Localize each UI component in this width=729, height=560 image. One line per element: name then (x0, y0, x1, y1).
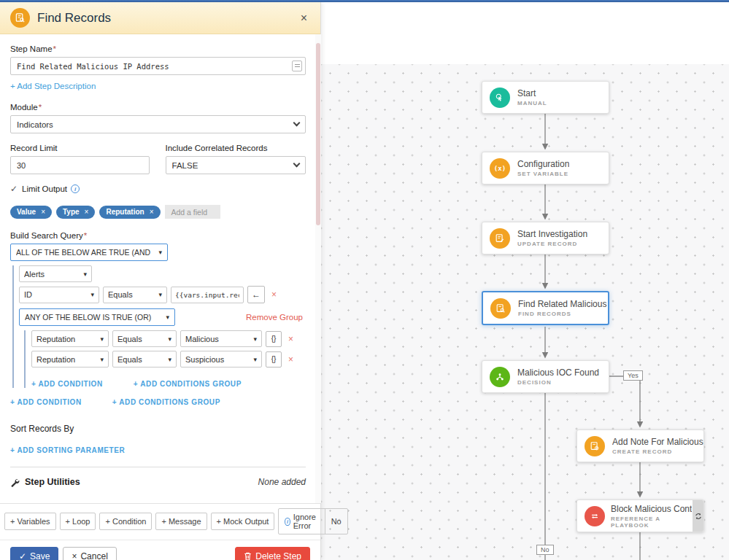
condition3-field-select[interactable]: Reputation▾ (31, 351, 109, 368)
check-icon: ✓ (19, 551, 26, 560)
remove-group-link[interactable]: Remove Group (246, 313, 303, 322)
info-icon: i (285, 518, 290, 526)
node-title: Add Note For Malicious I... (612, 437, 703, 447)
playbook-canvas[interactable]: Start MANUAL (x) Configuration SET VARIA… (321, 2, 729, 560)
chip-close-icon: × (150, 208, 154, 216)
limit-output-checkbox[interactable]: ✓ Limit Output i (10, 184, 306, 194)
condition2-operator-select[interactable]: Equals▾ (112, 330, 177, 347)
back-arrow-button[interactable]: ← (247, 286, 265, 303)
add-mock-output-button[interactable]: + Mock Output (211, 513, 275, 530)
update-record-icon (490, 228, 510, 249)
close-icon[interactable]: × (298, 12, 310, 25)
sort-records-label: Sort Records By (10, 424, 306, 434)
field-chip-type[interactable]: Type× (56, 206, 95, 219)
node-title: Start Investigation (517, 229, 587, 239)
edge-label-no: No (536, 545, 554, 555)
add-sorting-parameter-link[interactable]: + ADD SORTING PARAMETER (10, 446, 125, 454)
node-block-malicious-content[interactable]: Block Malicious Content REFERENCE A PLAY… (576, 499, 704, 532)
root-operator-select[interactable]: ALL OF THE BELOW ARE TRUE (AND ▾ (10, 244, 168, 261)
cancel-button[interactable]: ×Cancel (63, 547, 116, 560)
node-configuration[interactable]: (x) Configuration SET VARIABLE (482, 152, 609, 184)
find-records-icon (490, 298, 511, 319)
node-type: REFERENCE A PLAYBOOK (611, 516, 692, 529)
ignore-error-label[interactable]: iIgnore Error (279, 509, 324, 534)
field-chip-value[interactable]: Value× (10, 206, 52, 219)
node-type: UPDATE RECORD (517, 241, 587, 247)
remove-condition-icon[interactable]: × (288, 354, 293, 365)
edge-label-yes: Yes (623, 370, 643, 381)
add-variables-button[interactable]: + Variables (4, 513, 56, 530)
node-find-related-malicious-ip[interactable]: Find Related Malicious IP ... FIND RECOR… (482, 291, 609, 325)
step-name-input[interactable] (10, 57, 306, 75)
panel-scrollbar-thumb[interactable] (316, 43, 320, 225)
panel-header: Find Records × (0, 2, 320, 34)
node-type: DECISION (517, 379, 599, 386)
panel-scrollbar-track[interactable] (315, 34, 321, 503)
add-condition-link[interactable]: + ADD CONDITION (31, 380, 103, 388)
braces-button[interactable]: {} (266, 351, 282, 368)
add-conditions-group-link[interactable]: + ADD CONDITIONS GROUP (134, 380, 242, 388)
panel-title: Find Records (37, 11, 298, 26)
trash-icon (244, 552, 252, 560)
loop-icon (695, 513, 702, 520)
condition-group: Alerts▾ ID▾ Equals▾ ← × ANY OF THE BELOW… (12, 265, 306, 388)
group-module-select[interactable]: Alerts▾ (19, 265, 92, 282)
save-button[interactable]: ✓Save (10, 547, 58, 560)
remove-condition-icon[interactable]: × (271, 289, 277, 300)
node-start-investigation[interactable]: Start Investigation UPDATE RECORD (482, 222, 609, 254)
chip-close-icon: × (85, 208, 89, 216)
include-correlated-label: Include Correlated Records (166, 144, 306, 152)
remove-condition-icon[interactable]: × (288, 334, 293, 344)
info-icon: i (71, 184, 80, 193)
reference-playbook-icon (585, 506, 605, 526)
chevron-down-icon: ▾ (166, 314, 169, 321)
node-malicious-ioc-found[interactable]: Malicious IOC Found DECISION (482, 360, 609, 393)
dynamic-values-icon[interactable] (292, 61, 302, 71)
include-correlated-select[interactable]: FALSE (166, 156, 306, 174)
record-limit-input[interactable] (10, 156, 150, 174)
node-type: FIND RECORDS (518, 311, 608, 317)
node-add-note[interactable]: Add Note For Malicious I... CREATE RECOR… (576, 429, 704, 462)
module-label: Module* (10, 103, 306, 112)
panel-body: Step Name* + Add Step Description Module… (0, 34, 315, 503)
condition1-field-select[interactable]: ID▾ (19, 287, 99, 303)
node-title: Malicious IOC Found (517, 368, 599, 378)
ignore-error-toggle[interactable]: No (325, 509, 347, 534)
add-condition-link[interactable]: + ADD CONDITION (10, 398, 82, 406)
node-title: Configuration (517, 159, 569, 169)
divider (10, 467, 306, 467)
add-conditions-group-link[interactable]: + ADD CONDITIONS GROUP (112, 398, 220, 406)
record-limit-label: Record Limit (10, 144, 150, 152)
find-records-icon (10, 8, 30, 28)
add-step-description-link[interactable]: + Add Step Description (10, 82, 96, 90)
build-search-query-label: Build Search Query* (10, 231, 306, 240)
chip-close-icon: × (41, 208, 45, 216)
add-condition-button[interactable]: + Condition (99, 513, 152, 530)
node-start[interactable]: Start MANUAL (482, 81, 609, 114)
step-utilities-section[interactable]: Step Utilities (10, 477, 80, 487)
condition2-field-select[interactable]: Reputation▾ (31, 330, 109, 347)
condition1-operator-select[interactable]: Equals▾ (103, 287, 167, 303)
panel-footer: + Variables + Loop + Condition + Message… (0, 503, 320, 560)
field-chip-reputation[interactable]: Reputation× (99, 206, 160, 219)
add-field-input[interactable]: Add a field (165, 205, 220, 219)
add-message-button[interactable]: + Message (155, 513, 207, 530)
set-variable-icon: (x) (490, 158, 510, 179)
chevron-down-icon (293, 160, 301, 168)
node-title: Block Malicious Content (611, 504, 692, 514)
decision-icon (490, 367, 510, 387)
add-loop-button[interactable]: + Loop (60, 513, 96, 530)
delete-step-button[interactable]: Delete Step (235, 547, 310, 560)
node-title: Find Related Malicious IP ... (518, 299, 608, 309)
reference-expand-tab[interactable] (693, 500, 703, 532)
ignore-error-control: iIgnore Error No (278, 508, 347, 534)
nested-operator-select[interactable]: ANY OF THE BELOW IS TRUE (OR) ▾ (19, 308, 175, 326)
condition1-value-input[interactable] (171, 287, 244, 303)
module-select[interactable]: Indicators (10, 115, 306, 133)
condition3-operator-select[interactable]: Equals▾ (112, 351, 177, 368)
chevron-down-icon: ▾ (158, 249, 162, 256)
condition2-value-select[interactable]: Malicious▾ (180, 330, 262, 347)
condition3-value-select[interactable]: Suspicious▾ (180, 351, 262, 368)
braces-button[interactable]: {} (266, 331, 282, 347)
step-config-panel: Find Records × Step Name* + Add Step Des… (0, 2, 321, 560)
